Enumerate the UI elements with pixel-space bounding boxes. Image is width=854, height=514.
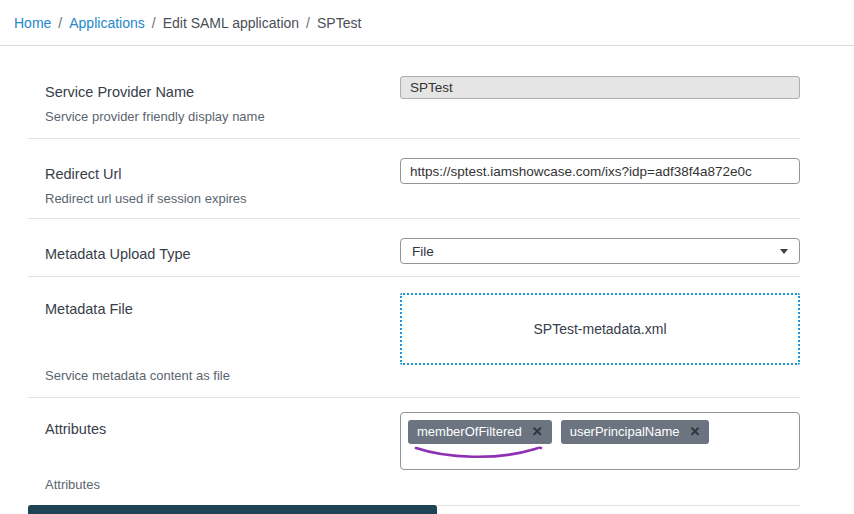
remove-tag-icon[interactable]: ✕ (532, 425, 543, 438)
service-provider-name-input[interactable] (400, 76, 800, 99)
breadcrumb-item-app-name: SPTest (317, 15, 361, 31)
field-labels: Redirect Url Redirect url used if sessio… (45, 158, 400, 206)
field-row-redirect-url: Redirect Url Redirect url used if sessio… (28, 139, 800, 219)
redirect-url-help: Redirect url used if session expires (45, 191, 380, 206)
attribute-tag-label: memberOfFiltered (417, 424, 522, 439)
metadata-upload-type-label: Metadata Upload Type (45, 246, 380, 262)
breadcrumb-link-applications[interactable]: Applications (69, 15, 145, 31)
breadcrumb-item-edit-saml-application: Edit SAML application (163, 15, 299, 31)
field-labels: Service Provider Name Service provider f… (45, 76, 400, 124)
breadcrumb-separator: / (306, 15, 310, 31)
attribute-tag-label: userPrincipalName (570, 424, 680, 439)
remove-tag-icon[interactable]: ✕ (689, 425, 700, 438)
field-control: File (400, 238, 800, 264)
attribute-tag: memberOfFiltered ✕ (408, 420, 552, 444)
redirect-url-label: Redirect Url (45, 166, 380, 182)
field-labels: Metadata File Service metadata content a… (45, 293, 400, 383)
field-row-metadata-file: Metadata File Service metadata content a… (28, 277, 800, 398)
metadata-upload-type-selected-value: File (412, 244, 434, 259)
field-control: SPTest-metadata.xml (400, 293, 800, 383)
field-control: memberOfFiltered ✕ userPrincipalName ✕ (400, 412, 800, 492)
chevron-down-icon (780, 249, 788, 254)
service-provider-name-help: Service provider friendly display name (45, 109, 380, 124)
breadcrumb: Home / Applications / Edit SAML applicat… (0, 0, 854, 46)
bottom-button-partial[interactable] (28, 505, 437, 514)
field-row-attributes: Attributes Attributes memberOfFiltered ✕… (28, 398, 800, 506)
attributes-help: Attributes (45, 477, 380, 492)
field-row-metadata-upload-type: Metadata Upload Type File (28, 219, 800, 277)
metadata-file-name: SPTest-metadata.xml (533, 321, 666, 337)
metadata-file-dropzone[interactable]: SPTest-metadata.xml (400, 293, 800, 365)
breadcrumb-separator: / (58, 15, 62, 31)
annotation-underline (411, 444, 549, 462)
field-control (400, 158, 800, 206)
saml-application-form: Service Provider Name Service provider f… (28, 46, 800, 506)
field-row-service-provider-name: Service Provider Name Service provider f… (28, 46, 800, 139)
field-control (400, 76, 800, 124)
metadata-upload-type-select[interactable]: File (400, 238, 800, 264)
field-labels: Attributes Attributes (45, 412, 400, 492)
breadcrumb-link-home[interactable]: Home (14, 15, 51, 31)
service-provider-name-label: Service Provider Name (45, 84, 380, 100)
attributes-input[interactable]: memberOfFiltered ✕ userPrincipalName ✕ (400, 412, 800, 470)
breadcrumb-separator: / (152, 15, 156, 31)
attribute-tag: userPrincipalName ✕ (561, 420, 710, 444)
field-labels: Metadata Upload Type (45, 238, 400, 264)
redirect-url-input[interactable] (400, 158, 800, 184)
metadata-file-help: Service metadata content as file (45, 368, 380, 383)
attributes-label: Attributes (45, 421, 380, 437)
metadata-file-label: Metadata File (45, 301, 380, 317)
